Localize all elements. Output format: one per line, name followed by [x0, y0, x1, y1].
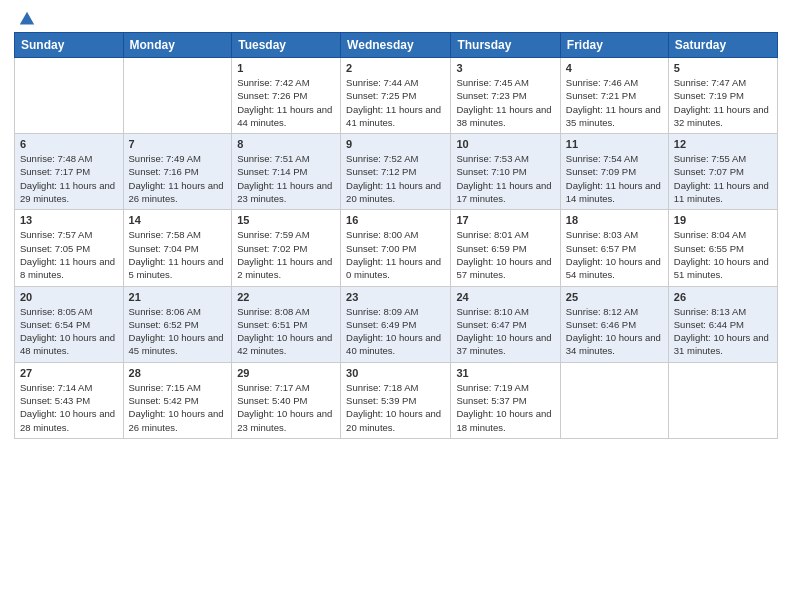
calendar-cell: 11Sunrise: 7:54 AMSunset: 7:09 PMDayligh… [560, 134, 668, 210]
day-number: 16 [346, 214, 445, 226]
calendar-header-monday: Monday [123, 33, 232, 58]
calendar-week-row: 13Sunrise: 7:57 AMSunset: 7:05 PMDayligh… [15, 210, 778, 286]
day-number: 10 [456, 138, 554, 150]
day-info: Sunrise: 7:57 AMSunset: 7:05 PMDaylight:… [20, 228, 118, 281]
day-info: Sunrise: 8:08 AMSunset: 6:51 PMDaylight:… [237, 305, 335, 358]
logo [14, 10, 36, 24]
calendar-cell: 7Sunrise: 7:49 AMSunset: 7:16 PMDaylight… [123, 134, 232, 210]
calendar-cell: 2Sunrise: 7:44 AMSunset: 7:25 PMDaylight… [341, 58, 451, 134]
page-container: SundayMondayTuesdayWednesdayThursdayFrid… [0, 0, 792, 449]
calendar-cell: 5Sunrise: 7:47 AMSunset: 7:19 PMDaylight… [668, 58, 777, 134]
calendar-cell: 26Sunrise: 8:13 AMSunset: 6:44 PMDayligh… [668, 286, 777, 362]
calendar-cell: 3Sunrise: 7:45 AMSunset: 7:23 PMDaylight… [451, 58, 560, 134]
calendar-cell: 14Sunrise: 7:58 AMSunset: 7:04 PMDayligh… [123, 210, 232, 286]
day-number: 11 [566, 138, 663, 150]
day-number: 8 [237, 138, 335, 150]
day-info: Sunrise: 8:00 AMSunset: 7:00 PMDaylight:… [346, 228, 445, 281]
calendar-cell: 16Sunrise: 8:00 AMSunset: 7:00 PMDayligh… [341, 210, 451, 286]
calendar-header-wednesday: Wednesday [341, 33, 451, 58]
calendar-cell: 23Sunrise: 8:09 AMSunset: 6:49 PMDayligh… [341, 286, 451, 362]
day-number: 24 [456, 291, 554, 303]
calendar-cell: 9Sunrise: 7:52 AMSunset: 7:12 PMDaylight… [341, 134, 451, 210]
calendar-cell: 13Sunrise: 7:57 AMSunset: 7:05 PMDayligh… [15, 210, 124, 286]
calendar-cell: 20Sunrise: 8:05 AMSunset: 6:54 PMDayligh… [15, 286, 124, 362]
day-info: Sunrise: 7:44 AMSunset: 7:25 PMDaylight:… [346, 76, 445, 129]
calendar-cell [15, 58, 124, 134]
day-info: Sunrise: 8:13 AMSunset: 6:44 PMDaylight:… [674, 305, 772, 358]
day-info: Sunrise: 7:59 AMSunset: 7:02 PMDaylight:… [237, 228, 335, 281]
day-info: Sunrise: 8:05 AMSunset: 6:54 PMDaylight:… [20, 305, 118, 358]
calendar-cell: 18Sunrise: 8:03 AMSunset: 6:57 PMDayligh… [560, 210, 668, 286]
day-number: 15 [237, 214, 335, 226]
calendar-cell: 6Sunrise: 7:48 AMSunset: 7:17 PMDaylight… [15, 134, 124, 210]
day-number: 31 [456, 367, 554, 379]
day-number: 19 [674, 214, 772, 226]
day-info: Sunrise: 8:10 AMSunset: 6:47 PMDaylight:… [456, 305, 554, 358]
calendar-cell: 4Sunrise: 7:46 AMSunset: 7:21 PMDaylight… [560, 58, 668, 134]
day-info: Sunrise: 8:04 AMSunset: 6:55 PMDaylight:… [674, 228, 772, 281]
calendar-header-saturday: Saturday [668, 33, 777, 58]
calendar-cell: 17Sunrise: 8:01 AMSunset: 6:59 PMDayligh… [451, 210, 560, 286]
calendar-header-friday: Friday [560, 33, 668, 58]
day-number: 28 [129, 367, 227, 379]
calendar-cell: 1Sunrise: 7:42 AMSunset: 7:26 PMDaylight… [232, 58, 341, 134]
calendar-cell: 15Sunrise: 7:59 AMSunset: 7:02 PMDayligh… [232, 210, 341, 286]
day-info: Sunrise: 7:42 AMSunset: 7:26 PMDaylight:… [237, 76, 335, 129]
day-number: 23 [346, 291, 445, 303]
day-info: Sunrise: 7:19 AMSunset: 5:37 PMDaylight:… [456, 381, 554, 434]
calendar-cell: 25Sunrise: 8:12 AMSunset: 6:46 PMDayligh… [560, 286, 668, 362]
day-number: 25 [566, 291, 663, 303]
day-info: Sunrise: 7:58 AMSunset: 7:04 PMDaylight:… [129, 228, 227, 281]
day-info: Sunrise: 8:06 AMSunset: 6:52 PMDaylight:… [129, 305, 227, 358]
calendar-cell: 22Sunrise: 8:08 AMSunset: 6:51 PMDayligh… [232, 286, 341, 362]
day-info: Sunrise: 7:46 AMSunset: 7:21 PMDaylight:… [566, 76, 663, 129]
calendar-cell [560, 362, 668, 438]
day-number: 14 [129, 214, 227, 226]
calendar-cell [668, 362, 777, 438]
calendar-cell: 30Sunrise: 7:18 AMSunset: 5:39 PMDayligh… [341, 362, 451, 438]
calendar-header-tuesday: Tuesday [232, 33, 341, 58]
calendar-cell: 27Sunrise: 7:14 AMSunset: 5:43 PMDayligh… [15, 362, 124, 438]
calendar-week-row: 20Sunrise: 8:05 AMSunset: 6:54 PMDayligh… [15, 286, 778, 362]
day-number: 26 [674, 291, 772, 303]
calendar-cell: 28Sunrise: 7:15 AMSunset: 5:42 PMDayligh… [123, 362, 232, 438]
day-info: Sunrise: 7:55 AMSunset: 7:07 PMDaylight:… [674, 152, 772, 205]
day-number: 21 [129, 291, 227, 303]
day-info: Sunrise: 7:18 AMSunset: 5:39 PMDaylight:… [346, 381, 445, 434]
calendar-table: SundayMondayTuesdayWednesdayThursdayFrid… [14, 32, 778, 439]
calendar-week-row: 1Sunrise: 7:42 AMSunset: 7:26 PMDaylight… [15, 58, 778, 134]
day-number: 27 [20, 367, 118, 379]
day-info: Sunrise: 8:01 AMSunset: 6:59 PMDaylight:… [456, 228, 554, 281]
day-info: Sunrise: 7:48 AMSunset: 7:17 PMDaylight:… [20, 152, 118, 205]
calendar-cell: 29Sunrise: 7:17 AMSunset: 5:40 PMDayligh… [232, 362, 341, 438]
calendar-header-sunday: Sunday [15, 33, 124, 58]
day-number: 20 [20, 291, 118, 303]
day-number: 13 [20, 214, 118, 226]
calendar-cell: 8Sunrise: 7:51 AMSunset: 7:14 PMDaylight… [232, 134, 341, 210]
day-number: 1 [237, 62, 335, 74]
svg-marker-0 [20, 12, 34, 25]
calendar-week-row: 6Sunrise: 7:48 AMSunset: 7:17 PMDaylight… [15, 134, 778, 210]
calendar-cell: 24Sunrise: 8:10 AMSunset: 6:47 PMDayligh… [451, 286, 560, 362]
day-info: Sunrise: 7:17 AMSunset: 5:40 PMDaylight:… [237, 381, 335, 434]
day-number: 2 [346, 62, 445, 74]
day-info: Sunrise: 7:49 AMSunset: 7:16 PMDaylight:… [129, 152, 227, 205]
day-number: 17 [456, 214, 554, 226]
day-number: 7 [129, 138, 227, 150]
header [14, 10, 778, 24]
logo-icon [18, 10, 36, 28]
day-number: 18 [566, 214, 663, 226]
day-info: Sunrise: 7:47 AMSunset: 7:19 PMDaylight:… [674, 76, 772, 129]
calendar-cell [123, 58, 232, 134]
calendar-cell: 10Sunrise: 7:53 AMSunset: 7:10 PMDayligh… [451, 134, 560, 210]
day-info: Sunrise: 7:45 AMSunset: 7:23 PMDaylight:… [456, 76, 554, 129]
day-number: 12 [674, 138, 772, 150]
day-number: 5 [674, 62, 772, 74]
day-info: Sunrise: 8:09 AMSunset: 6:49 PMDaylight:… [346, 305, 445, 358]
day-info: Sunrise: 7:53 AMSunset: 7:10 PMDaylight:… [456, 152, 554, 205]
day-number: 29 [237, 367, 335, 379]
calendar-cell: 31Sunrise: 7:19 AMSunset: 5:37 PMDayligh… [451, 362, 560, 438]
calendar-cell: 21Sunrise: 8:06 AMSunset: 6:52 PMDayligh… [123, 286, 232, 362]
day-info: Sunrise: 7:52 AMSunset: 7:12 PMDaylight:… [346, 152, 445, 205]
calendar-cell: 19Sunrise: 8:04 AMSunset: 6:55 PMDayligh… [668, 210, 777, 286]
